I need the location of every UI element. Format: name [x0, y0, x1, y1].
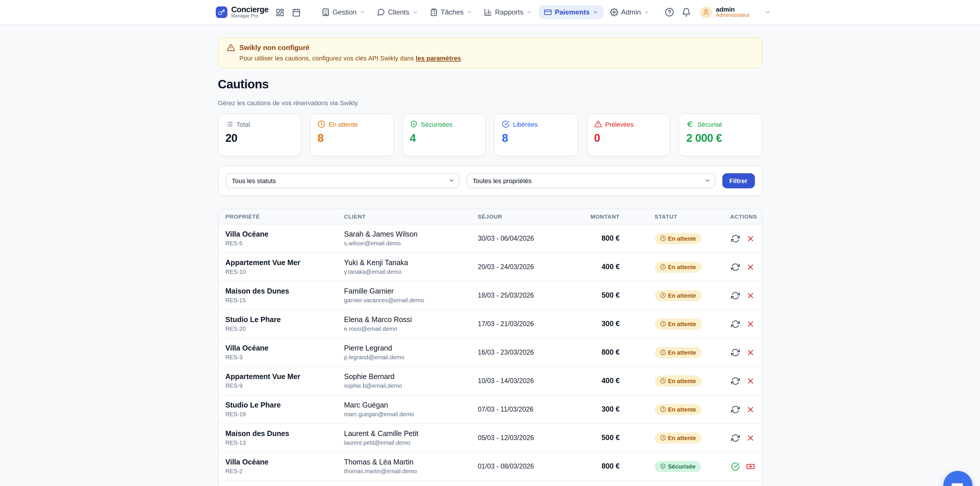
chevron-down-icon [764, 9, 771, 16]
table-row: Maison des DunesRES-15Famille Garniergar… [218, 281, 762, 310]
refresh-icon [731, 234, 740, 243]
refresh-deposit-button[interactable] [731, 291, 740, 300]
nav-menu-clients[interactable]: Clients [372, 5, 423, 19]
refresh-deposit-button[interactable] [731, 319, 740, 328]
property-name: Appartement Vue Mer [225, 259, 344, 267]
refresh-icon [731, 405, 740, 414]
filter-button[interactable]: Filtrer [722, 173, 755, 188]
cancel-deposit-button[interactable] [746, 234, 755, 243]
property-name: Studio Le Phare [225, 401, 344, 409]
bell-icon [682, 8, 691, 17]
refresh-deposit-button[interactable] [731, 348, 740, 357]
brand[interactable]: Concierge Manager Pro [215, 6, 269, 19]
layout-dashboard-icon [275, 8, 284, 17]
table-row: Villa OcéaneRES-3Pierre Legrandp.legrand… [218, 338, 762, 367]
cancel-deposit-button[interactable] [746, 348, 755, 357]
table-row: Studio Le PhareRES-20Elena & Marco Rossi… [218, 310, 762, 338]
chat-bubble-icon [950, 481, 965, 486]
stat-value: 8 [502, 132, 570, 145]
nav-menu-rapports[interactable]: Rapports [479, 5, 537, 19]
bar-chart-icon [484, 8, 492, 16]
refresh-deposit-button[interactable] [731, 234, 740, 243]
banner-title: Swikly non configuré [239, 44, 309, 52]
status-badge: En attente [655, 375, 702, 386]
circle-check-icon [731, 462, 740, 470]
nav-menu-tâches[interactable]: Tâches [425, 5, 478, 19]
alert-triangle-icon [226, 44, 235, 52]
refresh-icon [731, 348, 740, 357]
cancel-deposit-button[interactable] [746, 376, 755, 385]
cancel-deposit-button[interactable] [746, 434, 755, 442]
table-row: Villa OcéaneRES-5Sarah & James Wilsons.w… [218, 224, 762, 253]
table-row: Appartement Vue MerRES-9Sophie Bernardso… [218, 367, 762, 395]
cancel-deposit-button[interactable] [746, 262, 755, 271]
reservation-ref: RES-5 [225, 240, 344, 246]
settings-link[interactable]: les paramètres [416, 55, 461, 62]
user-menu[interactable]: admin Administrateur [700, 6, 771, 19]
client-name: Sarah & James Wilson [344, 230, 478, 238]
page-subtitle: Gérez les cautions de vos réservations v… [218, 99, 762, 106]
page-title: Cautions [218, 77, 762, 91]
calendar-icon [292, 8, 301, 17]
help-button[interactable] [663, 6, 676, 19]
refresh-deposit-button[interactable] [731, 376, 740, 385]
client-email: marc.guegan@email.demo [344, 411, 478, 418]
client-name: Thomas & Léa Martin [344, 458, 478, 466]
property-name: Maison des Dunes [225, 287, 344, 295]
table-row: Studio Le PhareRES-19Marc Guéganmarc.gue… [218, 395, 762, 424]
stay-dates: 05/03 - 12/03/2026 [478, 434, 588, 441]
top-navigation: Concierge Manager Pro GestionClientsTâch… [0, 0, 980, 25]
status-badge: Sécurisée [655, 461, 701, 472]
property-name: Villa Océane [225, 230, 344, 238]
calendar-button[interactable] [290, 6, 302, 18]
deposit-amount: 800 € [588, 234, 620, 242]
cancel-deposit-button[interactable] [746, 405, 755, 414]
nav-menu-admin[interactable]: Admin [605, 5, 655, 19]
client-email: y.tanaka@email.demo [344, 268, 478, 275]
stat-card-4: Prélevées0 [587, 113, 670, 156]
stay-dates: 17/03 - 21/03/2026 [478, 320, 588, 327]
clock-icon [318, 120, 325, 128]
refresh-deposit-button[interactable] [731, 262, 740, 271]
nav-menu-gestion[interactable]: Gestion [316, 5, 371, 19]
stat-value: 2 000 € [686, 132, 755, 145]
refresh-deposit-button[interactable] [731, 434, 740, 442]
swikly-warning-banner: Swikly non configuré Pour utiliser les c… [218, 37, 762, 68]
clock-icon [660, 321, 666, 327]
x-icon [746, 405, 755, 414]
layout-dashboard-button[interactable] [274, 6, 286, 18]
cancel-deposit-button[interactable] [746, 291, 755, 300]
nav-menu-paiements[interactable]: Paiements [539, 5, 604, 19]
table-row: Villa OcéaneRES-2Thomas & Léa Martinthom… [218, 452, 762, 481]
refresh-deposit-button[interactable] [731, 405, 740, 414]
clock-icon [660, 378, 666, 384]
property-select[interactable]: Toutes les propriétés [466, 173, 715, 188]
property-filter: Toutes les propriétés [466, 173, 715, 188]
status-badge: En attente [655, 233, 702, 244]
cancel-deposit-button[interactable] [746, 319, 755, 328]
reservation-ref: RES-20 [225, 326, 344, 332]
status-select[interactable]: Tous les statuts [225, 173, 459, 188]
circle-check-icon [502, 120, 509, 128]
list-icon [225, 120, 233, 128]
stay-dates: 01/03 - 08/03/2026 [478, 463, 588, 470]
charge-deposit-button[interactable] [746, 462, 755, 470]
shield-check-icon [410, 120, 417, 128]
clock-icon [660, 292, 666, 298]
stay-dates: 20/03 - 24/03/2026 [478, 264, 588, 270]
user-role: Administrateur [716, 13, 750, 19]
refresh-icon [731, 262, 740, 271]
euro-icon [686, 120, 694, 128]
client-name: Laurent & Camille Petit [344, 430, 478, 438]
banknote-icon [746, 462, 755, 470]
user-name: admin [716, 6, 750, 13]
property-name: Maison des Dunes [225, 430, 344, 438]
refresh-icon [731, 291, 740, 300]
notifications-button[interactable] [680, 6, 693, 19]
chevron-down-icon [360, 9, 365, 15]
chat-widget-button[interactable] [943, 471, 972, 486]
release-deposit-button[interactable] [731, 462, 740, 470]
client-name: Elena & Marco Rossi [344, 316, 478, 324]
status-filter: Tous les statuts [225, 173, 459, 188]
building-icon [321, 8, 329, 16]
